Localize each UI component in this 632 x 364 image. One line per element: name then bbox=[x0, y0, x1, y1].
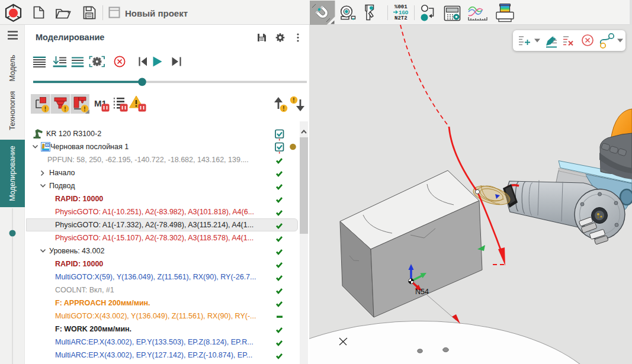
svg-text:!: ! bbox=[283, 105, 284, 112]
svg-text:!: ! bbox=[293, 97, 294, 104]
svg-text:!: ! bbox=[44, 106, 46, 112]
svg-text:!: ! bbox=[64, 106, 66, 112]
svg-text:!: ! bbox=[84, 106, 85, 112]
svg-text:N54: N54 bbox=[415, 288, 429, 296]
svg-text:%001: %001 bbox=[394, 4, 408, 10]
svg-text:N2T2: N2T2 bbox=[394, 15, 408, 21]
svg-text:1GO: 1GO bbox=[399, 10, 409, 16]
svg-text:Новый проект: Новый проект bbox=[125, 8, 188, 18]
